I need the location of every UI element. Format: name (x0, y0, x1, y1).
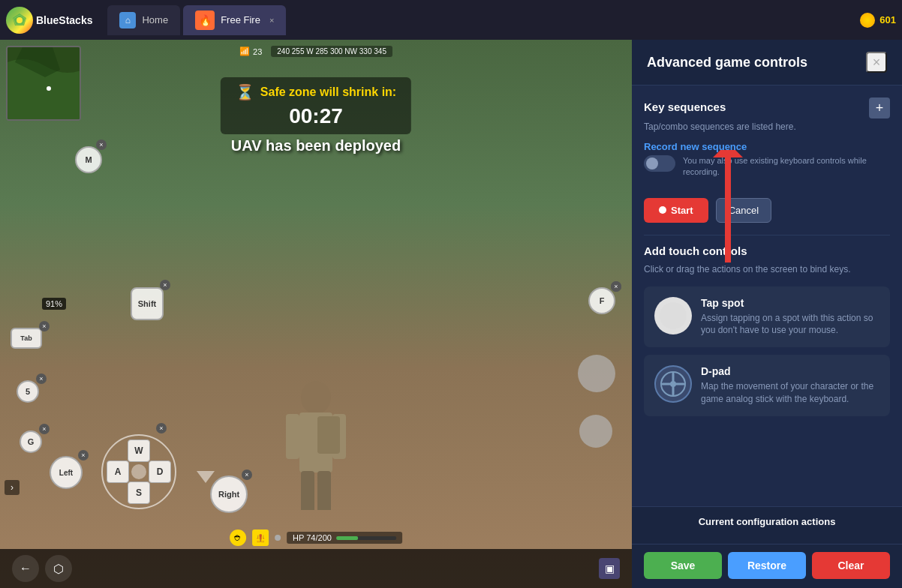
toggle-track[interactable] (644, 155, 675, 172)
hp-text: HP 74/200 (293, 533, 332, 542)
home-btn[interactable]: ⬡ (45, 555, 72, 582)
record-link[interactable]: Record new sequence (644, 141, 890, 152)
record-indicator (659, 206, 666, 214)
helmet-icon: ⛑ (230, 530, 246, 546)
save-button[interactable]: Save (644, 552, 722, 579)
key-m-close[interactable]: × (96, 140, 107, 150)
hud-top: 📶 23 240 255 W 285 300 NW 330 345 (0, 46, 632, 57)
record-text-block: You may also use existing keyboard contr… (683, 155, 890, 188)
tab-home[interactable]: ⌂ Home (107, 5, 180, 35)
key-w-button[interactable]: W (128, 440, 150, 462)
home-icon: ⌂ (119, 12, 136, 28)
tab-game-label: Free Fire (221, 14, 260, 26)
tab-home-label: Home (142, 14, 168, 26)
app-logo (6, 7, 33, 34)
panel-title: Advanced game controls (647, 55, 807, 70)
key-left-button[interactable]: Left (50, 456, 83, 489)
down-arrow (197, 471, 215, 483)
tap-spot-text: Tap spot Assign tapping on a spot with t… (701, 297, 879, 338)
key-m-button[interactable]: M (75, 146, 102, 173)
key-shift-button[interactable]: Shift (131, 287, 164, 320)
gray-circle-2[interactable] (579, 415, 612, 448)
hp-display: HP 74/200 (287, 532, 402, 544)
key-tab-close[interactable]: × (39, 321, 50, 332)
dpad-card-title: D-pad (701, 365, 879, 377)
restore-button[interactable]: Restore (728, 552, 806, 579)
key-f-button[interactable]: F (588, 287, 615, 314)
add-sequence-button[interactable]: + (869, 98, 890, 118)
hp-area: ⛑ 🦺 HP 74/200 (230, 530, 402, 546)
back-btn[interactable]: ← (12, 555, 39, 582)
hp-bar (336, 536, 396, 540)
indicator-dot (275, 535, 281, 541)
bottom-game-bar: ← ⬡ ▣ (0, 549, 632, 588)
panel-body: Key sequences + Tap/combo sequences are … (632, 86, 902, 506)
percent-badge: 91% (42, 298, 66, 310)
key-left-close[interactable]: × (78, 450, 89, 460)
content-area: 📶 23 240 255 W 285 300 NW 330 345 ⏳ Safe… (0, 40, 902, 588)
key-5-button[interactable]: 5 (17, 380, 39, 403)
vest-icon: 🦺 (252, 530, 269, 546)
game-viewport[interactable]: 📶 23 240 255 W 285 300 NW 330 345 ⏳ Safe… (0, 40, 632, 588)
svg-rect-11 (317, 416, 340, 454)
dpad-card-text: D-pad Map the movement of your character… (701, 365, 879, 406)
touch-controls-header: Add touch controls (644, 244, 890, 260)
key-f-x-close[interactable]: × (611, 281, 621, 292)
cancel-button[interactable]: Cancel (716, 198, 771, 223)
deploy-banner: UAV has been deployed (231, 137, 401, 154)
bottom-nav: ← ⬡ (12, 555, 72, 582)
svg-point-2 (17, 17, 23, 23)
safe-zone-banner: ⏳ Safe zone will shrink in: 00:27 (221, 77, 411, 134)
svg-point-4 (47, 86, 51, 91)
coin-icon (860, 13, 875, 28)
key-sequences-title: Key sequences (644, 100, 726, 113)
compass-bar: 240 255 W 285 300 NW 330 345 (271, 46, 392, 57)
dpad-card[interactable]: D-pad Map the movement of your character… (644, 355, 890, 416)
key-tab-button[interactable]: Tab (11, 328, 42, 349)
key-right-button[interactable]: Right (210, 476, 248, 513)
key-d-button[interactable]: D (149, 460, 171, 483)
app-name: BlueStacks (36, 14, 92, 26)
record-toggle[interactable] (644, 155, 675, 172)
toggle-row: You may also use existing keyboard contr… (644, 155, 890, 188)
key-sequences-header: Key sequences + (644, 98, 890, 118)
coins-value: 601 (879, 14, 896, 26)
svg-rect-9 (301, 471, 314, 510)
toggle-thumb (646, 158, 658, 170)
panel-close-button[interactable]: × (866, 52, 887, 73)
right-panel: Advanced game controls × Key sequences +… (632, 40, 902, 588)
key-s-button[interactable]: S (128, 482, 150, 504)
key-a-button[interactable]: A (107, 460, 129, 483)
tap-spot-desc: Assign tapping on a spot with this actio… (701, 312, 879, 338)
gray-circle-1[interactable] (578, 355, 615, 392)
panel-header: Advanced game controls × (632, 40, 902, 86)
tab-close-icon[interactable]: × (269, 16, 274, 25)
touch-controls-desc: Click or drag the actions on the screen … (644, 263, 890, 276)
hp-fill (336, 536, 359, 540)
svg-rect-10 (317, 471, 331, 510)
dpad: W S A D (98, 430, 180, 513)
tap-spot-card[interactable]: Tap spot Assign tapping on a spot with t… (644, 286, 890, 348)
record-note: You may also use existing keyboard contr… (683, 155, 890, 178)
svg-rect-7 (286, 414, 299, 459)
start-button[interactable]: Start (644, 198, 708, 223)
touch-controls-title: Add touch controls (644, 244, 747, 257)
coins-display: 601 (860, 13, 896, 28)
key-sequences-subtitle: Tap/combo sequences are listed here. (644, 122, 890, 132)
key-shift-close[interactable]: × (160, 280, 170, 290)
start-cancel-row: Start Cancel (644, 198, 890, 223)
key-g-button[interactable]: G (20, 430, 42, 453)
wifi-signal: 23 (253, 47, 262, 56)
dpad-card-icon (654, 365, 692, 403)
left-nav-arrow[interactable]: › (5, 480, 20, 495)
bottom-right-icon[interactable]: ▣ (599, 558, 620, 579)
safe-zone-text: Safe zone will shrink in: (260, 86, 396, 99)
tab-game[interactable]: 🔥 Free Fire × (183, 5, 286, 35)
key-g-close[interactable]: × (39, 424, 50, 434)
dpad-outer: W S A D (101, 434, 176, 509)
svg-point-5 (301, 381, 331, 414)
minimap (6, 46, 81, 121)
clear-button[interactable]: Clear (812, 552, 890, 579)
key-right-close[interactable]: × (242, 470, 252, 480)
key-5-close[interactable]: × (36, 374, 47, 384)
